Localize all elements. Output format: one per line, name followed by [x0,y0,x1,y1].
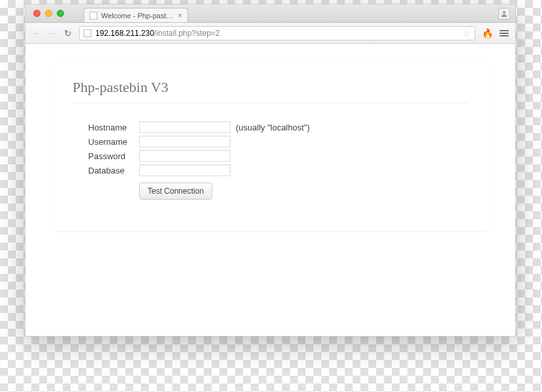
window-controls [25,10,72,17]
input-username[interactable] [139,136,231,147]
label-username: Username [88,137,139,147]
site-info-icon[interactable] [84,29,91,37]
bookmark-star-icon[interactable]: ☆ [462,28,471,38]
profile-button[interactable] [498,8,510,20]
browser-window: Welcome - Php-pastebin V × ← → ↻ 192.168… [25,4,516,337]
page-title: Php-pastebin V3 [72,79,468,103]
content-card: Php-pastebin V3 Hostname (usually "local… [52,63,489,231]
row-database: Database [88,164,468,176]
close-window-button[interactable] [33,10,40,17]
address-bar[interactable]: 192.168.211.230/install.php?step=2 ☆ [79,26,475,40]
url-host: 192.168.211.230 [95,29,154,38]
reload-button[interactable]: ↻ [63,28,72,38]
browser-tab[interactable]: Welcome - Php-pastebin V × [84,8,188,22]
form-actions: Test Connection [139,183,468,200]
page-viewport: Php-pastebin V3 Hostname (usually "local… [25,44,515,336]
minimize-window-button[interactable] [45,10,52,17]
label-database: Database [88,166,139,175]
tab-bar: Welcome - Php-pastebin V × [25,5,515,23]
db-form: Hostname (usually "localhost") Username … [72,121,468,200]
input-password[interactable] [139,150,231,162]
row-password: Password [88,150,468,162]
svg-point-0 [503,11,505,14]
url-path: /install.php?step=2 [154,29,219,38]
tab-title: Welcome - Php-pastebin V [101,12,174,20]
close-tab-icon[interactable]: × [178,11,182,20]
test-connection-button[interactable]: Test Connection [139,183,212,200]
row-hostname: Hostname (usually "localhost") [88,121,468,133]
input-database[interactable] [139,164,231,176]
menu-button[interactable] [500,30,509,37]
maximize-window-button[interactable] [57,10,64,17]
back-button[interactable]: ← [32,28,41,38]
page-favicon-icon [89,12,97,20]
extension-icon[interactable]: 🔥 [482,28,493,38]
row-username: Username [88,136,468,147]
label-hostname: Hostname [88,123,139,132]
toolbar: ← → ↻ 192.168.211.230/install.php?step=2… [25,23,515,44]
hint-hostname: (usually "localhost") [236,123,310,132]
url-text: 192.168.211.230/install.php?step=2 [95,29,458,38]
input-hostname[interactable] [139,121,231,133]
label-password: Password [88,151,139,161]
forward-button[interactable]: → [48,28,57,38]
